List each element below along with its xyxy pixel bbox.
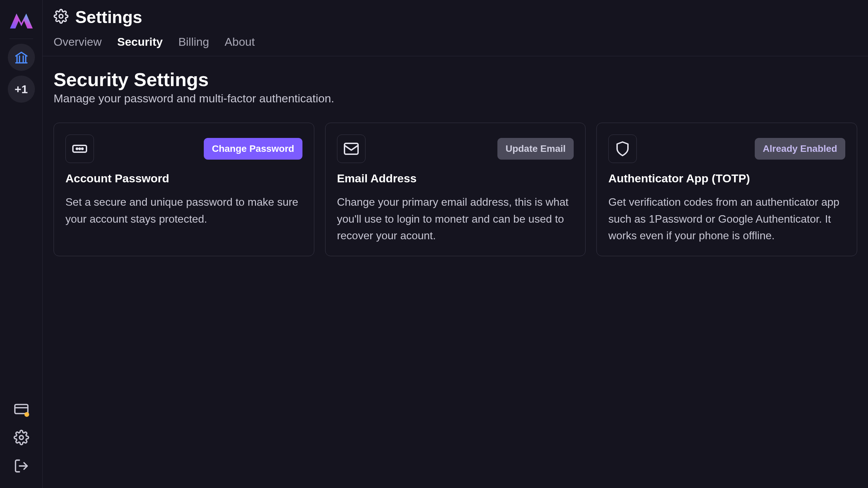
sidebar-item-logout[interactable]	[9, 454, 33, 478]
svg-point-3	[59, 14, 63, 18]
card-password-desc: Set a secure and unique password to make…	[65, 194, 302, 227]
app-logo[interactable]	[8, 7, 35, 34]
logout-icon	[14, 458, 29, 474]
sidebar-divider	[9, 39, 33, 39]
sidebar-item-bank[interactable]	[8, 44, 35, 71]
shield-icon	[608, 135, 637, 163]
card-totp: Already Enabled Authenticator App (TOTP)…	[596, 123, 857, 256]
sidebar: +1	[0, 0, 43, 488]
card-password-title: Account Password	[65, 172, 302, 185]
cards-grid: Change Password Account Password Set a s…	[54, 123, 857, 256]
tab-security[interactable]: Security	[117, 35, 163, 56]
sidebar-add-button[interactable]: +1	[8, 76, 35, 103]
change-password-button[interactable]: Change Password	[204, 138, 302, 160]
card-totp-desc: Get verification codes from an authentic…	[608, 194, 845, 244]
content: Security Settings Manage your password a…	[43, 56, 868, 268]
password-icon	[65, 135, 94, 163]
tab-about[interactable]: About	[225, 35, 255, 56]
svg-point-5	[76, 148, 78, 149]
card-totp-title: Authenticator App (TOTP)	[608, 172, 845, 185]
svg-point-6	[79, 148, 80, 149]
card-email: Update Email Email Address Change your p…	[325, 123, 586, 256]
card-email-title: Email Address	[337, 172, 574, 185]
gear-icon	[14, 430, 29, 445]
sidebar-item-settings[interactable]	[9, 426, 33, 449]
svg-point-1	[19, 435, 23, 440]
tab-overview[interactable]: Overview	[54, 35, 102, 56]
sidebar-add-label: +1	[15, 83, 28, 96]
tabs: Overview Security Billing About	[43, 27, 868, 56]
page-header: Settings	[43, 0, 868, 27]
mail-icon	[337, 135, 366, 163]
main: Settings Overview Security Billing About…	[43, 0, 868, 488]
totp-status-button[interactable]: Already Enabled	[755, 138, 845, 160]
card-email-desc: Change your primary email address, this …	[337, 194, 574, 244]
sidebar-item-billing[interactable]	[9, 397, 33, 421]
tab-billing[interactable]: Billing	[178, 35, 209, 56]
svg-rect-8	[344, 143, 358, 154]
svg-point-7	[82, 148, 83, 149]
notification-dot	[24, 412, 29, 417]
update-email-button[interactable]: Update Email	[497, 138, 574, 160]
gear-icon	[54, 9, 68, 26]
page-title: Settings	[75, 7, 142, 27]
card-password: Change Password Account Password Set a s…	[54, 123, 314, 256]
section-title: Security Settings	[54, 68, 857, 90]
section-subtitle: Manage your password and multi-factor au…	[54, 92, 857, 105]
bank-icon	[14, 50, 29, 65]
